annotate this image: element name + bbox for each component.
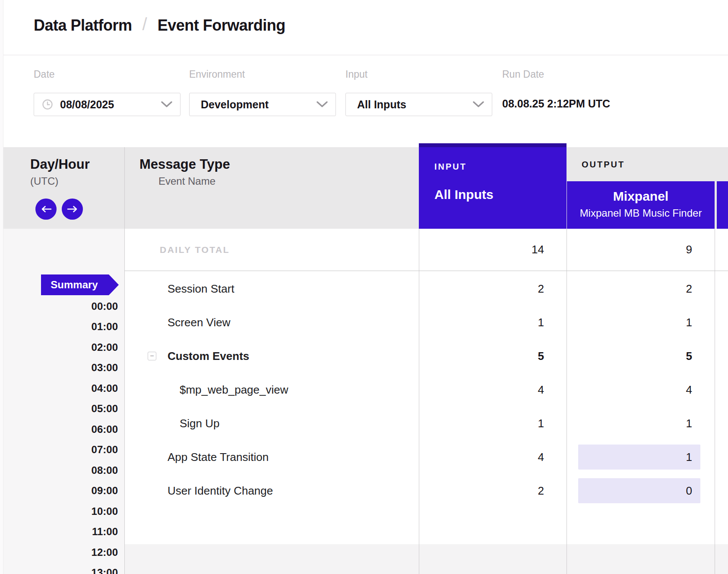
- output-count-cell[interactable]: 1: [567, 306, 715, 339]
- event-row: App State Transition41: [124, 440, 728, 474]
- hour-item[interactable]: 06:00: [0, 419, 118, 440]
- input-count-cell[interactable]: 5: [419, 339, 567, 373]
- mixpanel-output-name: Mixpanel: [567, 189, 715, 204]
- left-edge-strip: [0, 0, 3, 574]
- chevron-down-icon: [473, 101, 484, 108]
- chevron-down-icon: [161, 101, 172, 108]
- hour-item[interactable]: 05:00: [0, 399, 118, 419]
- input-count-cell[interactable]: 1: [419, 306, 567, 339]
- event-row: Session Start22: [124, 272, 728, 306]
- event-row-label: Sign Up: [180, 407, 220, 440]
- highlighted-count-cell[interactable]: 0: [578, 478, 700, 503]
- event-row: User Identity Change20: [124, 474, 728, 508]
- event-row: −Custom Events55: [124, 339, 728, 373]
- breadcrumb-separator: /: [142, 15, 147, 34]
- hour-item[interactable]: 03:00: [0, 358, 118, 378]
- output-count-cell[interactable]: 1: [567, 407, 715, 440]
- mixpanel-column-header[interactable]: Mixpanel Mixpanel MB Music Finder: [567, 181, 715, 229]
- output-count-cell[interactable]: 2: [567, 272, 715, 306]
- arrow-right-icon: [67, 205, 78, 213]
- mixpanel-output-subtitle: Mixpanel MB Music Finder: [567, 207, 715, 219]
- output-count-cell[interactable]: 5: [567, 339, 715, 373]
- event-row-label: App State Transition: [168, 440, 269, 474]
- day-hour-header: Day/Hour: [30, 157, 90, 172]
- input-count-cell[interactable]: 4: [419, 373, 567, 407]
- page-header: Data Platform / Event Forwarding: [3, 0, 728, 55]
- event-name-label: Event Name: [158, 175, 215, 187]
- summary-tag[interactable]: Summary: [41, 274, 119, 295]
- output-count-cell[interactable]: 4: [567, 373, 715, 407]
- hour-item[interactable]: 00:00: [0, 296, 118, 317]
- input-count-cell[interactable]: 2: [419, 474, 567, 508]
- input-count-cell[interactable]: 2: [419, 272, 567, 306]
- hour-item[interactable]: 02:00: [0, 337, 118, 358]
- environment-filter-label: Environment: [189, 69, 245, 80]
- page-title: Event Forwarding: [158, 16, 285, 35]
- event-row-label: Screen View: [168, 306, 231, 339]
- event-forwarding-screen: Data Platform / Event Forwarding Date 08…: [0, 0, 728, 574]
- daily-total-output-value[interactable]: 9: [567, 229, 715, 271]
- previous-day-button[interactable]: [35, 199, 57, 220]
- output-column-right-divider: [715, 229, 715, 574]
- event-row: Screen View11: [124, 306, 728, 339]
- output-section-label: OUTPUT: [582, 160, 625, 170]
- input-column-right-divider: [567, 229, 567, 574]
- hour-item[interactable]: 11:00: [0, 522, 118, 542]
- input-dropdown[interactable]: All Inputs: [345, 93, 492, 116]
- input-count-cell[interactable]: 1: [419, 407, 567, 440]
- breadcrumb: Data Platform / Event Forwarding: [34, 16, 285, 35]
- event-row: Sign Up11: [124, 407, 728, 440]
- date-dropdown[interactable]: 08/08/2025: [34, 93, 180, 116]
- run-date-value: 08.08.25 2:12PM UTC: [502, 98, 610, 110]
- date-filter-label: Date: [34, 69, 55, 80]
- grid-bottom-band: [125, 544, 728, 574]
- hour-item[interactable]: 04:00: [0, 378, 118, 399]
- day-column-divider: [124, 147, 125, 574]
- input-count-cell[interactable]: 4: [419, 440, 567, 474]
- input-column-header[interactable]: INPUT All Inputs: [419, 143, 567, 229]
- environment-value: Development: [201, 98, 269, 111]
- next-output-column-partial: [717, 181, 728, 229]
- next-day-button[interactable]: [62, 199, 83, 220]
- daily-total-row: DAILY TOTAL 14 9: [124, 229, 728, 271]
- output-count-cell[interactable]: 1: [567, 440, 715, 474]
- date-value: 08/08/2025: [60, 98, 114, 111]
- hour-item[interactable]: 10:00: [0, 501, 118, 522]
- chevron-down-icon: [317, 101, 328, 108]
- output-count-cell[interactable]: 0: [567, 474, 715, 508]
- hour-item[interactable]: 01:00: [0, 317, 118, 337]
- input-filter-label: Input: [345, 69, 367, 80]
- run-date-label: Run Date: [502, 69, 544, 80]
- event-row: $mp_web_page_view44: [124, 373, 728, 407]
- event-row-label: User Identity Change: [168, 474, 273, 508]
- hour-item[interactable]: 13:00: [0, 563, 118, 574]
- environment-dropdown[interactable]: Development: [189, 93, 336, 116]
- highlighted-count-cell[interactable]: 1: [578, 445, 700, 470]
- daily-total-input-value[interactable]: 14: [419, 229, 567, 271]
- breadcrumb-section[interactable]: Data Platform: [34, 16, 132, 35]
- collapse-minus-icon[interactable]: −: [148, 352, 156, 360]
- clock-icon: [42, 99, 53, 110]
- hours-rail: 00:0001:0002:0003:0004:0005:0006:0007:00…: [0, 296, 118, 574]
- filter-bar: Date 08/08/2025 Environment Development …: [3, 56, 728, 147]
- arrow-left-icon: [41, 205, 52, 213]
- input-column-left-divider: [419, 229, 419, 574]
- utc-label: (UTC): [30, 175, 58, 187]
- daily-total-divider: [124, 271, 728, 271]
- event-row-label: $mp_web_page_view: [180, 373, 288, 407]
- hour-item[interactable]: 07:00: [0, 440, 118, 460]
- message-type-header: Message Type: [139, 157, 230, 172]
- all-inputs-column-label: All Inputs: [434, 187, 567, 202]
- hour-item[interactable]: 08:00: [0, 460, 118, 481]
- hour-item[interactable]: 09:00: [0, 481, 118, 501]
- event-row-label: Custom Events: [168, 339, 249, 373]
- input-value: All Inputs: [357, 98, 406, 111]
- input-section-label: INPUT: [434, 162, 567, 172]
- hour-item[interactable]: 12:00: [0, 542, 118, 563]
- event-row-label: Session Start: [168, 272, 234, 306]
- daily-total-label: DAILY TOTAL: [160, 229, 230, 271]
